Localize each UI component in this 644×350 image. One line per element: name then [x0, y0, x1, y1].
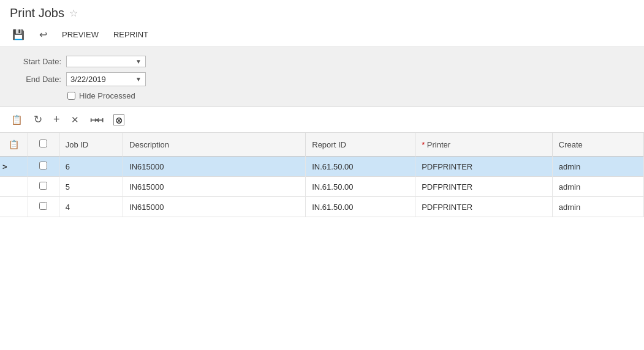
- hide-processed-row: Hide Processed: [67, 91, 632, 100]
- hide-processed-checkbox[interactable]: [67, 92, 75, 100]
- start-date-input[interactable]: ▼: [66, 56, 146, 67]
- row-checkbox[interactable]: [39, 182, 47, 190]
- preview-button[interactable]: PREVIEW: [59, 29, 101, 40]
- save-button[interactable]: 💾: [10, 28, 27, 42]
- end-date-row: End Date: 3/22/2019 ▼: [12, 72, 632, 86]
- table-body: >6IN615000IN.61.50.00PDFPRINTERadmin5IN6…: [0, 157, 644, 217]
- end-date-input[interactable]: 3/22/2019 ▼: [66, 72, 146, 86]
- table-settings-button[interactable]: 📋: [10, 113, 24, 127]
- row-checkbox-cell: [28, 197, 59, 217]
- refresh-button[interactable]: ↻: [32, 112, 44, 127]
- start-date-dropdown-arrow: ▼: [135, 58, 142, 65]
- row-printer: PDFPRINTER: [415, 177, 553, 197]
- fit-columns-icon: ↦↤: [90, 115, 102, 125]
- col-header-arrow: 📋: [0, 133, 28, 157]
- row-printer: PDFPRINTER: [415, 157, 553, 177]
- col-header-description: Description: [123, 133, 306, 157]
- col-header-jobid: Job ID: [59, 133, 123, 157]
- row-checkbox[interactable]: [39, 162, 47, 169]
- star-icon[interactable]: ☆: [69, 7, 78, 19]
- row-jobid: 5: [59, 177, 123, 197]
- row-created: admin: [552, 177, 643, 197]
- table-settings-icon: 📋: [11, 114, 23, 125]
- reprint-button[interactable]: REPRINT: [111, 29, 151, 40]
- row-checkbox[interactable]: [39, 202, 47, 210]
- table-row[interactable]: 4IN615000IN.61.50.00PDFPRINTERadmin: [0, 197, 644, 217]
- excel-export-button[interactable]: ⨂: [112, 113, 126, 127]
- start-date-label: Start Date:: [12, 57, 61, 66]
- row-jobid: 4: [59, 197, 123, 217]
- row-created: admin: [552, 157, 643, 177]
- preview-label: PREVIEW: [62, 30, 99, 39]
- row-jobid: 6: [59, 157, 123, 177]
- row-reportid: IN.61.50.00: [306, 197, 415, 217]
- save-icon: 💾: [12, 29, 25, 40]
- undo-button[interactable]: ↩: [37, 28, 50, 42]
- filter-section: Start Date: ▼ End Date: 3/22/2019 ▼ Hide…: [0, 47, 644, 107]
- col-header-reportid: Report ID: [306, 133, 415, 157]
- hide-processed-label: Hide Processed: [79, 91, 135, 100]
- row-arrow: [0, 197, 28, 217]
- table-row[interactable]: 5IN615000IN.61.50.00PDFPRINTERadmin: [0, 177, 644, 197]
- table-row[interactable]: >6IN615000IN.61.50.00PDFPRINTERadmin: [0, 157, 644, 177]
- col-header-printer: * Printer: [415, 133, 553, 157]
- add-button[interactable]: +: [52, 112, 61, 127]
- printer-required-star: *: [422, 140, 427, 149]
- page-title: Print Jobs: [10, 6, 64, 20]
- toolbar: 💾 ↩ PREVIEW REPRINT: [0, 24, 644, 47]
- undo-icon: ↩: [39, 29, 47, 40]
- end-date-value: 3/22/2019: [70, 75, 132, 84]
- start-date-row: Start Date: ▼: [12, 56, 632, 67]
- row-reportid: IN.61.50.00: [306, 177, 415, 197]
- delete-icon: ✕: [71, 114, 79, 125]
- column-settings-icon[interactable]: 📋: [7, 138, 20, 151]
- add-icon: +: [53, 113, 60, 126]
- delete-button[interactable]: ✕: [70, 113, 80, 127]
- end-date-dropdown-arrow: ▼: [135, 76, 142, 83]
- refresh-icon: ↻: [34, 113, 42, 126]
- row-description: IN615000: [123, 177, 306, 197]
- page-header: Print Jobs ☆: [0, 0, 644, 24]
- select-all-checkbox[interactable]: [39, 140, 47, 147]
- action-toolbar: 📋 ↻ + ✕ ↦↤ ⨂: [0, 107, 644, 133]
- reprint-label: REPRINT: [113, 30, 148, 39]
- print-jobs-table: 📋 Job ID Description Report ID * Printer: [0, 133, 644, 217]
- col-header-checkbox: [28, 133, 59, 157]
- row-reportid: IN.61.50.00: [306, 157, 415, 177]
- row-checkbox-cell: [28, 177, 59, 197]
- end-date-label: End Date:: [12, 75, 61, 84]
- row-arrow: >: [0, 157, 28, 177]
- col-header-created: Create: [552, 133, 643, 157]
- row-printer: PDFPRINTER: [415, 197, 553, 217]
- row-description: IN615000: [123, 157, 306, 177]
- table-container: 📋 Job ID Description Report ID * Printer: [0, 133, 644, 217]
- fit-columns-button[interactable]: ↦↤: [89, 114, 104, 126]
- row-arrow: [0, 177, 28, 197]
- excel-icon: ⨂: [113, 114, 124, 125]
- row-description: IN615000: [123, 197, 306, 217]
- row-checkbox-cell: [28, 157, 59, 177]
- row-created: admin: [552, 197, 643, 217]
- table-header-row: 📋 Job ID Description Report ID * Printer: [0, 133, 644, 157]
